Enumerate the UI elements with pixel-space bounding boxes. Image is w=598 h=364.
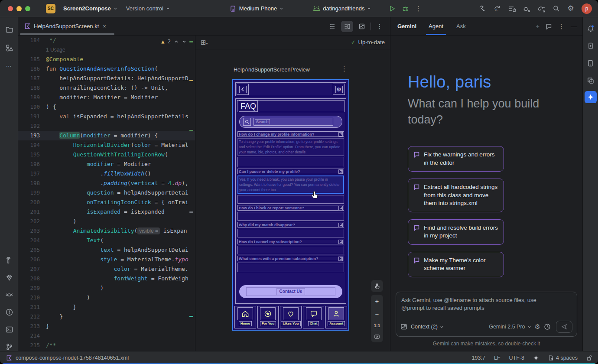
gemini-suggestion-card[interactable]: Make my Theme's color scheme warmer <box>408 252 504 277</box>
context-selector[interactable]: Context (2) <box>411 324 444 330</box>
layout-inspector-icon[interactable] <box>585 75 597 87</box>
code-line[interactable]: 197 .fillMaxWidth() <box>18 169 195 179</box>
search-field[interactable]: Search <box>254 118 333 126</box>
zoom-actual-button[interactable]: 1:1 <box>374 323 380 328</box>
faq-question-row[interactable]: Why did my match disappear? <box>237 222 344 228</box>
close-tab-icon[interactable]: × <box>103 23 106 29</box>
line-separator[interactable]: LF <box>494 355 500 361</box>
zoom-fit-button[interactable] <box>374 334 380 340</box>
code-line[interactable]: 212 } <box>18 312 195 322</box>
sync-list-icon[interactable] <box>505 3 518 15</box>
caret-position[interactable]: 193:7 <box>472 355 485 361</box>
code-line[interactable]: 209 ) <box>18 283 195 293</box>
gemini-suggestion-card[interactable]: Find and resolve build errors in my proj… <box>408 219 504 245</box>
statusbar-file[interactable]: compose-compose-model-1758748140651.xml <box>16 355 129 361</box>
code-line[interactable]: 211 } <box>18 302 195 312</box>
device-selector[interactable]: Medium Phone <box>225 5 288 12</box>
project-switcher[interactable]: Screen2Compose <box>59 5 122 12</box>
faq-question-row[interactable]: How do I change my profile information? <box>237 131 344 137</box>
code-line[interactable]: 196 modifier = Modifier <box>18 159 195 169</box>
history-clock-icon[interactable] <box>544 323 551 330</box>
phone-search-bar[interactable]: Search <box>239 116 342 128</box>
model-selector[interactable]: Gemini 2.5 Pro <box>489 324 531 330</box>
phone-preview[interactable]: ⚙ FAQ <box>232 79 349 331</box>
nav-item-likes-you[interactable]: Likes You <box>280 306 302 328</box>
logcat-cat-icon[interactable] <box>3 289 15 301</box>
code-line[interactable]: 208 fontWeight = FontWeigh <box>18 274 195 283</box>
vcs-widget[interactable]: Version control <box>122 5 174 12</box>
next-problem-icon[interactable] <box>182 39 186 44</box>
preview-more-options-icon[interactable]: ⋮ <box>341 65 348 73</box>
code-line[interactable]: 188 onTrailingIconClick: () -> Unit, <box>18 83 195 93</box>
editor-tab[interactable]: HelpAndSupportScreen.kt × <box>18 17 110 35</box>
split-view-button[interactable] <box>341 21 353 32</box>
chat-history-icon[interactable] <box>546 23 552 29</box>
contact-us-button[interactable]: Contact Us <box>239 285 342 298</box>
gemini-status-spark-icon[interactable] <box>533 355 539 361</box>
phone-settings-button[interactable]: ⚙ <box>333 84 345 95</box>
code-line[interactable]: 192 <box>18 121 195 131</box>
code-line[interactable]: 200 onTrailingIconClick = { onTrai <box>18 198 195 207</box>
gemini-suggestion-card[interactable]: Fix the warnings and errors in the edito… <box>408 146 504 172</box>
layout-grid-icon[interactable]: ⊞▾ <box>201 39 208 46</box>
expand-icon[interactable] <box>338 240 343 244</box>
resource-manager-icon[interactable] <box>3 42 15 54</box>
code-line[interactable]: 198 .padding(vertical = 4.dp), <box>18 179 195 188</box>
prev-problem-icon[interactable] <box>174 39 179 44</box>
expand-icon[interactable] <box>338 206 343 210</box>
expand-icon[interactable] <box>338 132 343 136</box>
code-line[interactable]: 193 Column(modifier = modifier) { <box>18 131 195 140</box>
code-line[interactable]: 186fun QuestionAndAnswerInfoSection( <box>18 64 195 74</box>
code-line[interactable]: 203 AnimatedVisibility(visible = isExpan <box>18 226 195 236</box>
gemini-input[interactable]: Ask Gemini, use @filename to attach sour… <box>396 292 577 337</box>
gemini-more-options-icon[interactable]: ⋮ <box>558 23 565 30</box>
attach-debugger-icon[interactable] <box>520 3 533 15</box>
code-line[interactable]: 185@Composable <box>18 55 195 64</box>
nav-item-account[interactable]: Account <box>325 306 347 328</box>
build-hammer-icon[interactable] <box>3 254 15 266</box>
nav-item-chat[interactable]: Chat <box>303 306 325 328</box>
expand-icon[interactable] <box>338 169 343 174</box>
expand-icon[interactable] <box>338 223 343 227</box>
hide-panel-icon[interactable]: — <box>571 23 577 30</box>
indent-setting[interactable]: 4 spaces <box>548 355 578 361</box>
gemini-spark-icon[interactable] <box>585 91 597 103</box>
code-line[interactable]: 194 HorizontalDivider(color = Material <box>18 140 195 150</box>
code-line[interactable]: 187 helpAndSupportDetails: HelpAndSuppor… <box>18 74 195 83</box>
tab-agent[interactable]: Agent <box>428 17 444 35</box>
editor-more-options-icon[interactable]: ⋮ <box>374 21 386 32</box>
device-manager-icon[interactable] <box>585 57 597 69</box>
code-line[interactable]: 199 question = helpAndSupportDetai <box>18 188 195 198</box>
code-line[interactable]: 215/** <box>18 341 195 350</box>
preview-canvas[interactable]: HelpAndSupportScreenPreview ⋮ <box>195 49 390 351</box>
project-folder-icon[interactable] <box>3 23 15 36</box>
more-tool-windows-icon[interactable]: ⋯ <box>3 60 15 72</box>
gemini-suggestion-card[interactable]: Extract all hardcoded strings from this … <box>408 179 504 212</box>
code-line[interactable]: 206 style = MaterialTheme.typo <box>18 255 195 264</box>
settings-gear-icon[interactable]: ⚙ <box>564 3 577 15</box>
code-line[interactable]: 201 isExpanded = isExpanded <box>18 207 195 217</box>
code-line[interactable]: 214 <box>18 331 195 341</box>
code-line[interactable]: 204 Text( <box>18 236 195 245</box>
file-encoding[interactable]: UTF-8 <box>509 355 524 361</box>
app-quality-insights-gem-icon[interactable] <box>3 271 15 283</box>
git-branch-icon[interactable] <box>3 341 15 353</box>
pan-hand-button[interactable] <box>371 280 383 292</box>
nav-item-for-you[interactable]: For You <box>257 306 279 328</box>
tab-ask[interactable]: Ask <box>455 17 467 35</box>
problems-icon[interactable] <box>3 306 15 318</box>
zoom-out-button[interactable]: − <box>375 310 379 318</box>
code-view-button[interactable] <box>326 21 338 32</box>
code-line[interactable]: 1 Usage <box>18 45 195 55</box>
debug-button[interactable] <box>399 3 412 15</box>
run-configuration-selector[interactable]: datingandfriends <box>309 5 375 12</box>
send-button[interactable] <box>556 321 572 333</box>
phone-back-button[interactable] <box>237 84 249 95</box>
new-chat-icon[interactable]: + <box>536 23 540 30</box>
code-editor[interactable]: 184 */1 Usage185@Composable186fun Questi… <box>18 36 195 351</box>
gemini-settings-icon[interactable]: ⚙ <box>535 323 540 331</box>
close-window-button[interactable] <box>8 6 13 11</box>
code-line[interactable]: 189 modifier: Modifier = Modifier <box>18 93 195 102</box>
nav-item-home[interactable]: Home <box>234 306 256 328</box>
terminal-icon[interactable] <box>3 323 15 335</box>
